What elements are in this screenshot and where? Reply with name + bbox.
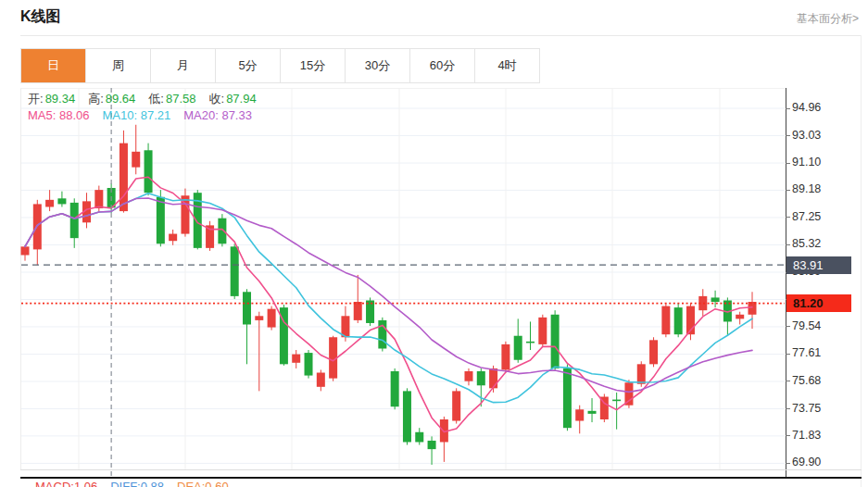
candle-body	[218, 219, 226, 244]
y-tick-mark	[786, 108, 790, 109]
candle-body	[120, 144, 128, 211]
current-price-badge: 81.20	[786, 294, 851, 312]
candle-body	[526, 342, 535, 343]
y-tick-mark	[786, 244, 790, 245]
candle-body	[21, 246, 30, 255]
ma5-line	[25, 177, 752, 431]
y-tick-label: 85.32	[792, 237, 838, 250]
candle-body	[674, 307, 683, 334]
y-tick-label: 77.61	[792, 346, 838, 359]
candle-body	[612, 400, 621, 402]
candle-body	[637, 364, 646, 383]
candle-body	[661, 306, 670, 335]
y-tick-label: 89.18	[792, 182, 838, 195]
candle-body	[501, 344, 509, 370]
ohlc-item: 开:89.34	[28, 92, 75, 106]
candle-body	[538, 318, 547, 344]
candle-body	[70, 203, 79, 238]
candle-body	[243, 292, 251, 324]
candle-body	[94, 190, 103, 208]
candle-body	[736, 315, 744, 319]
y-tick-label: 79.54	[792, 319, 838, 332]
y-tick-mark	[786, 381, 790, 381]
candle-body	[452, 391, 460, 420]
candle-body	[403, 391, 411, 442]
candle-body	[563, 368, 572, 428]
candle-body	[354, 302, 362, 320]
macd-item: DEA:0.60	[177, 480, 229, 487]
y-tick-mark	[786, 135, 790, 136]
y-tick-label: 91.10	[792, 156, 838, 169]
candle-body	[292, 355, 300, 363]
y-tick-mark	[786, 163, 790, 164]
candle-body	[145, 150, 153, 193]
y-tick-mark	[786, 190, 790, 191]
candlestick-chart	[0, 0, 868, 487]
kline-widget: K线图 基本面分析> 日周月5分15分30分60分4时 开:89.34高:89.…	[0, 0, 868, 487]
ma-item: MA20: 87.33	[183, 108, 252, 122]
y-tick-mark	[786, 463, 790, 464]
candle-body	[477, 371, 485, 385]
macd-item: DIFF:0.88	[110, 480, 164, 487]
candle-body	[268, 309, 276, 328]
candle-body	[624, 382, 633, 405]
y-tick-label: 73.75	[792, 402, 838, 415]
macd-legend: MACD:1.06DIFF:0.88DEA:0.60	[35, 480, 242, 487]
y-tick-label: 75.68	[792, 374, 838, 387]
ma-item: MA5: 88.06	[28, 108, 90, 122]
ma-legend: MA5: 88.06MA10: 87.21MA20: 87.33	[28, 108, 265, 122]
ma20-line	[25, 198, 752, 392]
candle-body	[575, 409, 584, 420]
candle-body	[649, 340, 658, 364]
candle-body	[588, 411, 597, 414]
ohlc-legend: 开:89.34高:89.64低:87.58收:87.94	[28, 91, 270, 107]
candle-body	[57, 198, 66, 204]
y-tick-mark	[786, 408, 790, 409]
candle-body	[132, 152, 140, 168]
candle-body	[169, 234, 177, 242]
y-tick-label: 87.25	[792, 210, 838, 223]
ohlc-item: 低:87.58	[148, 92, 195, 106]
y-tick-mark	[786, 435, 790, 436]
y-tick-label: 93.03	[792, 129, 838, 142]
y-tick-label: 71.83	[792, 429, 838, 442]
ma-item: MA10: 87.21	[103, 108, 171, 122]
candle-body	[317, 373, 325, 387]
candle-body	[378, 320, 386, 349]
y-tick-label: 94.96	[792, 101, 838, 114]
candle-body	[157, 197, 165, 244]
y-tick-mark	[786, 354, 790, 355]
candle-body	[711, 297, 720, 302]
candle-body	[255, 316, 263, 320]
candle-body	[514, 336, 522, 360]
candle-body	[551, 315, 560, 368]
resistance-price-badge: 83.91	[786, 256, 851, 274]
candle-body	[305, 353, 313, 375]
candle-body	[231, 246, 239, 296]
y-tick-mark	[786, 326, 790, 327]
y-tick-label: 69.90	[792, 456, 838, 468]
candle-body	[464, 371, 472, 381]
ohlc-item: 高:89.64	[88, 92, 135, 106]
candle-body	[415, 432, 423, 443]
candle-body	[489, 368, 497, 388]
candle-body	[45, 200, 54, 207]
macd-item: MACD:1.06	[35, 480, 97, 487]
y-tick-mark	[786, 217, 790, 218]
candle-body	[391, 371, 399, 406]
ohlc-item: 收:87.94	[209, 92, 257, 106]
candle-body	[428, 441, 436, 449]
